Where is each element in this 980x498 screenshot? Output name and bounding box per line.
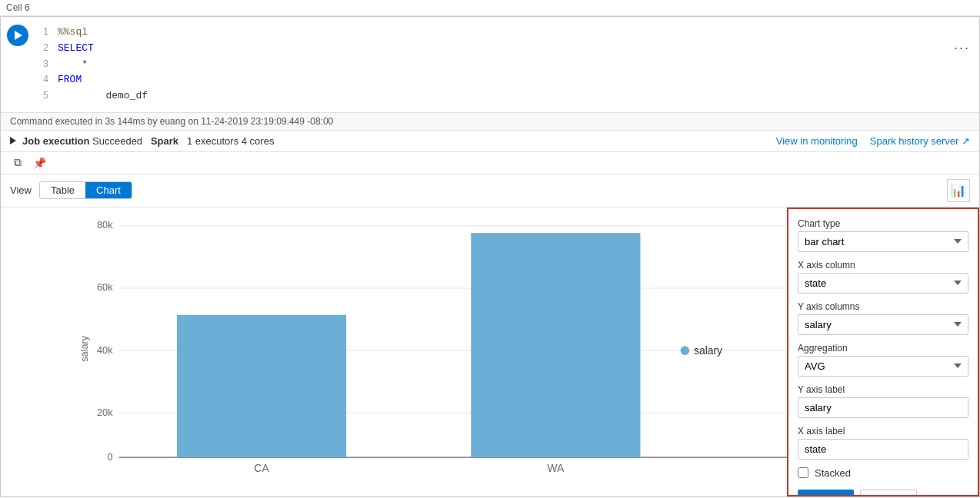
copy-icon[interactable]: ⧉: [10, 155, 25, 171]
chart-type-section: Chart type bar chart line chart scatter …: [798, 218, 968, 252]
code-line-2: 2 SELECT: [35, 41, 979, 57]
code-line-3: 3 *: [35, 57, 979, 73]
y-axis-columns-label: Y axis columns: [798, 301, 968, 312]
aggregation-select[interactable]: AVG SUM COUNT MIN MAX: [798, 356, 968, 377]
view-monitoring-link[interactable]: View in monitoring: [776, 135, 858, 147]
run-button[interactable]: [7, 25, 28, 46]
svg-text:40k: 40k: [97, 344, 113, 356]
x-axis-column-label: X axis column: [798, 260, 968, 271]
x-label-ca: CA: [254, 462, 269, 473]
executors-label: 1 executors 4 cores: [187, 135, 274, 147]
job-bar: Job execution Succeeded Spark 1 executor…: [1, 131, 979, 152]
chart-settings-icon: 📊: [951, 183, 966, 198]
cancel-button[interactable]: Cancel: [860, 490, 917, 496]
exec-info-bar: Command executed in 3s 144ms by euang on…: [1, 113, 979, 131]
stacked-label: Stacked: [815, 467, 851, 479]
chart-canvas: salary 80k 60k 40k 20k 0 CA WA: [1, 208, 787, 496]
bar-ca: [177, 315, 346, 457]
stacked-checkbox[interactable]: [798, 467, 808, 478]
svg-text:80k: 80k: [97, 219, 113, 231]
view-label: View: [10, 184, 32, 196]
tab-chart[interactable]: Chart: [85, 182, 132, 198]
legend-label: salary: [694, 344, 722, 357]
external-link-icon: ↗: [962, 135, 970, 147]
x-axis-column-section: X axis column state salary: [798, 260, 968, 294]
aggregation-label: Aggregation: [798, 343, 968, 354]
cell-title-bar: Cell 6: [0, 0, 980, 16]
y-axis-label-input[interactable]: [798, 397, 968, 418]
y-axis-columns-section: Y axis columns salary state: [798, 301, 968, 335]
code-area: 1 %%sql 2 SELECT 3 * 4 FROM: [35, 22, 979, 108]
x-axis-label-section: X axis label: [798, 426, 968, 460]
cell-title: Cell 6: [6, 2, 30, 13]
stacked-row: Stacked: [798, 467, 968, 479]
view-row: View Table Chart 📊: [1, 174, 979, 208]
code-line-1: 1 %%sql: [35, 25, 979, 41]
legend-dot: [681, 346, 690, 355]
y-axis-label-label: Y axis label: [798, 384, 968, 395]
job-execution-label: Job execution: [22, 135, 89, 147]
view-tabs: Table Chart: [39, 181, 132, 199]
pin-icon[interactable]: 📌: [32, 155, 47, 171]
y-axis-label-section: Y axis label: [798, 384, 968, 418]
x-axis-label-label: X axis label: [798, 426, 968, 437]
svg-text:0: 0: [107, 451, 112, 463]
exec-info-text: Command executed in 3s 144ms by euang on…: [10, 116, 333, 127]
chart-svg: salary 80k 60k 40k 20k 0 CA WA: [39, 215, 787, 473]
aggregation-section: Aggregation AVG SUM COUNT MIN MAX: [798, 343, 968, 377]
settings-actions: Apply Cancel: [798, 490, 968, 496]
y-axis-label: salary: [78, 335, 90, 362]
code-lines: 1 %%sql 2 SELECT 3 * 4 FROM: [35, 25, 979, 105]
chart-settings-panel: Chart type bar chart line chart scatter …: [787, 208, 979, 496]
x-label-wa: WA: [547, 462, 565, 473]
more-options-button[interactable]: ···: [954, 40, 970, 56]
action-icons-bar: ⧉ 📌: [1, 152, 979, 174]
spark-history-link[interactable]: Spark history server ↗: [870, 135, 970, 147]
chart-type-select[interactable]: bar chart line chart scatter chart pie c…: [798, 231, 968, 252]
job-status: Succeeded: [92, 135, 142, 147]
chart-type-label: Chart type: [798, 218, 968, 229]
code-line-5: 5 demo_df: [35, 88, 979, 105]
y-axis-columns-select[interactable]: salary state: [798, 314, 968, 335]
job-bar-links: View in monitoring Spark history server …: [776, 135, 970, 147]
tab-table[interactable]: Table: [40, 182, 85, 198]
apply-button[interactable]: Apply: [798, 490, 854, 496]
svg-text:20k: 20k: [97, 407, 113, 418]
chart-settings-button[interactable]: 📊: [947, 179, 970, 202]
play-icon: [15, 31, 22, 40]
chart-area: salary 80k 60k 40k 20k 0 CA WA: [1, 208, 979, 496]
x-axis-label-input[interactable]: [798, 439, 968, 460]
x-axis-column-select[interactable]: state salary: [798, 273, 968, 294]
svg-text:60k: 60k: [97, 281, 113, 293]
code-line-4: 4 FROM: [35, 72, 979, 88]
bar-wa: [471, 233, 640, 457]
spark-label: Spark: [151, 135, 178, 147]
job-play-icon: [10, 137, 16, 144]
